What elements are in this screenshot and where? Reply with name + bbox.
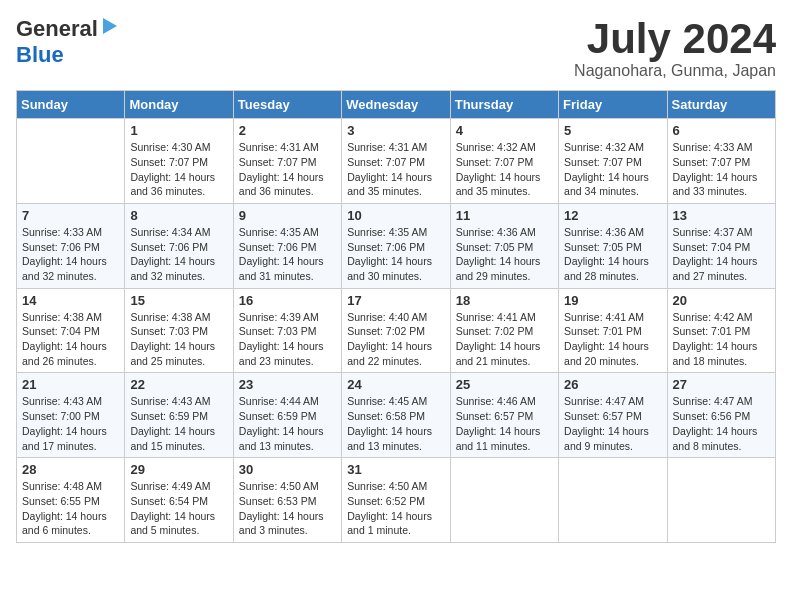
day-info: Sunrise: 4:45 AM Sunset: 6:58 PM Dayligh… bbox=[347, 394, 444, 453]
day-info: Sunrise: 4:39 AM Sunset: 7:03 PM Dayligh… bbox=[239, 310, 336, 369]
calendar-header-row: SundayMondayTuesdayWednesdayThursdayFrid… bbox=[17, 91, 776, 119]
day-number: 15 bbox=[130, 293, 227, 308]
calendar-cell: 29Sunrise: 4:49 AM Sunset: 6:54 PM Dayli… bbox=[125, 458, 233, 543]
logo-arrow-icon bbox=[101, 18, 119, 40]
day-number: 2 bbox=[239, 123, 336, 138]
day-info: Sunrise: 4:31 AM Sunset: 7:07 PM Dayligh… bbox=[239, 140, 336, 199]
day-info: Sunrise: 4:34 AM Sunset: 7:06 PM Dayligh… bbox=[130, 225, 227, 284]
weekday-header-thursday: Thursday bbox=[450, 91, 558, 119]
day-number: 7 bbox=[22, 208, 119, 223]
calendar-cell: 23Sunrise: 4:44 AM Sunset: 6:59 PM Dayli… bbox=[233, 373, 341, 458]
month-title: July 2024 bbox=[574, 16, 776, 62]
calendar-cell bbox=[667, 458, 775, 543]
day-info: Sunrise: 4:40 AM Sunset: 7:02 PM Dayligh… bbox=[347, 310, 444, 369]
day-info: Sunrise: 4:35 AM Sunset: 7:06 PM Dayligh… bbox=[347, 225, 444, 284]
day-number: 11 bbox=[456, 208, 553, 223]
day-info: Sunrise: 4:47 AM Sunset: 6:57 PM Dayligh… bbox=[564, 394, 661, 453]
calendar-cell: 30Sunrise: 4:50 AM Sunset: 6:53 PM Dayli… bbox=[233, 458, 341, 543]
day-info: Sunrise: 4:30 AM Sunset: 7:07 PM Dayligh… bbox=[130, 140, 227, 199]
day-number: 14 bbox=[22, 293, 119, 308]
calendar-week-row: 21Sunrise: 4:43 AM Sunset: 7:00 PM Dayli… bbox=[17, 373, 776, 458]
day-number: 25 bbox=[456, 377, 553, 392]
day-number: 19 bbox=[564, 293, 661, 308]
logo: General Blue bbox=[16, 16, 119, 68]
calendar-cell: 24Sunrise: 4:45 AM Sunset: 6:58 PM Dayli… bbox=[342, 373, 450, 458]
day-number: 29 bbox=[130, 462, 227, 477]
day-number: 12 bbox=[564, 208, 661, 223]
day-info: Sunrise: 4:43 AM Sunset: 7:00 PM Dayligh… bbox=[22, 394, 119, 453]
calendar-cell: 31Sunrise: 4:50 AM Sunset: 6:52 PM Dayli… bbox=[342, 458, 450, 543]
day-info: Sunrise: 4:49 AM Sunset: 6:54 PM Dayligh… bbox=[130, 479, 227, 538]
calendar-cell: 13Sunrise: 4:37 AM Sunset: 7:04 PM Dayli… bbox=[667, 203, 775, 288]
day-info: Sunrise: 4:38 AM Sunset: 7:04 PM Dayligh… bbox=[22, 310, 119, 369]
day-info: Sunrise: 4:32 AM Sunset: 7:07 PM Dayligh… bbox=[456, 140, 553, 199]
calendar-cell: 28Sunrise: 4:48 AM Sunset: 6:55 PM Dayli… bbox=[17, 458, 125, 543]
day-number: 3 bbox=[347, 123, 444, 138]
weekday-header-monday: Monday bbox=[125, 91, 233, 119]
day-info: Sunrise: 4:47 AM Sunset: 6:56 PM Dayligh… bbox=[673, 394, 770, 453]
day-number: 26 bbox=[564, 377, 661, 392]
logo-blue: Blue bbox=[16, 42, 64, 67]
day-number: 28 bbox=[22, 462, 119, 477]
day-number: 21 bbox=[22, 377, 119, 392]
day-info: Sunrise: 4:50 AM Sunset: 6:52 PM Dayligh… bbox=[347, 479, 444, 538]
day-info: Sunrise: 4:44 AM Sunset: 6:59 PM Dayligh… bbox=[239, 394, 336, 453]
calendar-cell bbox=[17, 119, 125, 204]
day-info: Sunrise: 4:36 AM Sunset: 7:05 PM Dayligh… bbox=[564, 225, 661, 284]
day-info: Sunrise: 4:42 AM Sunset: 7:01 PM Dayligh… bbox=[673, 310, 770, 369]
day-info: Sunrise: 4:50 AM Sunset: 6:53 PM Dayligh… bbox=[239, 479, 336, 538]
day-info: Sunrise: 4:33 AM Sunset: 7:06 PM Dayligh… bbox=[22, 225, 119, 284]
day-info: Sunrise: 4:32 AM Sunset: 7:07 PM Dayligh… bbox=[564, 140, 661, 199]
calendar-cell: 15Sunrise: 4:38 AM Sunset: 7:03 PM Dayli… bbox=[125, 288, 233, 373]
weekday-header-friday: Friday bbox=[559, 91, 667, 119]
day-number: 27 bbox=[673, 377, 770, 392]
calendar-cell: 5Sunrise: 4:32 AM Sunset: 7:07 PM Daylig… bbox=[559, 119, 667, 204]
day-number: 31 bbox=[347, 462, 444, 477]
day-info: Sunrise: 4:31 AM Sunset: 7:07 PM Dayligh… bbox=[347, 140, 444, 199]
day-number: 13 bbox=[673, 208, 770, 223]
day-number: 1 bbox=[130, 123, 227, 138]
calendar-cell: 12Sunrise: 4:36 AM Sunset: 7:05 PM Dayli… bbox=[559, 203, 667, 288]
day-number: 22 bbox=[130, 377, 227, 392]
title-block: July 2024 Naganohara, Gunma, Japan bbox=[574, 16, 776, 80]
weekday-header-saturday: Saturday bbox=[667, 91, 775, 119]
day-number: 20 bbox=[673, 293, 770, 308]
weekday-header-sunday: Sunday bbox=[17, 91, 125, 119]
calendar-table: SundayMondayTuesdayWednesdayThursdayFrid… bbox=[16, 90, 776, 543]
day-number: 9 bbox=[239, 208, 336, 223]
day-info: Sunrise: 4:46 AM Sunset: 6:57 PM Dayligh… bbox=[456, 394, 553, 453]
calendar-cell: 1Sunrise: 4:30 AM Sunset: 7:07 PM Daylig… bbox=[125, 119, 233, 204]
day-info: Sunrise: 4:43 AM Sunset: 6:59 PM Dayligh… bbox=[130, 394, 227, 453]
day-info: Sunrise: 4:41 AM Sunset: 7:02 PM Dayligh… bbox=[456, 310, 553, 369]
day-number: 4 bbox=[456, 123, 553, 138]
calendar-cell: 27Sunrise: 4:47 AM Sunset: 6:56 PM Dayli… bbox=[667, 373, 775, 458]
weekday-header-tuesday: Tuesday bbox=[233, 91, 341, 119]
weekday-header-wednesday: Wednesday bbox=[342, 91, 450, 119]
calendar-cell bbox=[559, 458, 667, 543]
calendar-cell: 21Sunrise: 4:43 AM Sunset: 7:00 PM Dayli… bbox=[17, 373, 125, 458]
calendar-cell: 17Sunrise: 4:40 AM Sunset: 7:02 PM Dayli… bbox=[342, 288, 450, 373]
day-number: 23 bbox=[239, 377, 336, 392]
calendar-week-row: 1Sunrise: 4:30 AM Sunset: 7:07 PM Daylig… bbox=[17, 119, 776, 204]
calendar-cell: 22Sunrise: 4:43 AM Sunset: 6:59 PM Dayli… bbox=[125, 373, 233, 458]
calendar-cell: 14Sunrise: 4:38 AM Sunset: 7:04 PM Dayli… bbox=[17, 288, 125, 373]
day-info: Sunrise: 4:38 AM Sunset: 7:03 PM Dayligh… bbox=[130, 310, 227, 369]
calendar-week-row: 14Sunrise: 4:38 AM Sunset: 7:04 PM Dayli… bbox=[17, 288, 776, 373]
calendar-cell: 2Sunrise: 4:31 AM Sunset: 7:07 PM Daylig… bbox=[233, 119, 341, 204]
day-number: 8 bbox=[130, 208, 227, 223]
calendar-cell: 4Sunrise: 4:32 AM Sunset: 7:07 PM Daylig… bbox=[450, 119, 558, 204]
calendar-cell: 16Sunrise: 4:39 AM Sunset: 7:03 PM Dayli… bbox=[233, 288, 341, 373]
svg-marker-0 bbox=[103, 18, 117, 34]
day-info: Sunrise: 4:36 AM Sunset: 7:05 PM Dayligh… bbox=[456, 225, 553, 284]
calendar-cell: 6Sunrise: 4:33 AM Sunset: 7:07 PM Daylig… bbox=[667, 119, 775, 204]
calendar-cell: 9Sunrise: 4:35 AM Sunset: 7:06 PM Daylig… bbox=[233, 203, 341, 288]
day-info: Sunrise: 4:37 AM Sunset: 7:04 PM Dayligh… bbox=[673, 225, 770, 284]
calendar-cell: 26Sunrise: 4:47 AM Sunset: 6:57 PM Dayli… bbox=[559, 373, 667, 458]
day-info: Sunrise: 4:35 AM Sunset: 7:06 PM Dayligh… bbox=[239, 225, 336, 284]
calendar-cell: 3Sunrise: 4:31 AM Sunset: 7:07 PM Daylig… bbox=[342, 119, 450, 204]
calendar-cell: 20Sunrise: 4:42 AM Sunset: 7:01 PM Dayli… bbox=[667, 288, 775, 373]
location-title: Naganohara, Gunma, Japan bbox=[574, 62, 776, 80]
day-number: 6 bbox=[673, 123, 770, 138]
calendar-cell: 7Sunrise: 4:33 AM Sunset: 7:06 PM Daylig… bbox=[17, 203, 125, 288]
day-number: 17 bbox=[347, 293, 444, 308]
